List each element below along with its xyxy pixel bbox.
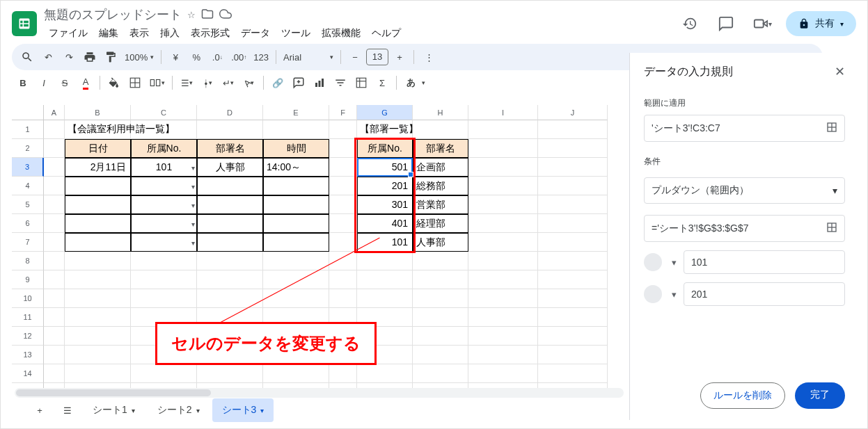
cell[interactable]: 企画部	[413, 158, 468, 177]
borders-icon[interactable]	[125, 73, 145, 92]
share-button[interactable]: 共有 ▾	[786, 11, 856, 36]
history-icon[interactable]	[677, 11, 702, 36]
table-icon[interactable]	[352, 73, 371, 92]
comment-insert-icon[interactable]	[289, 73, 308, 92]
cell[interactable]: 部署名	[197, 139, 263, 158]
done-button[interactable]: 完了	[795, 382, 845, 409]
close-icon[interactable]: ✕	[835, 64, 845, 79]
functions-icon[interactable]: Σ	[372, 73, 392, 92]
cell[interactable]: 14:00～	[263, 158, 329, 177]
star-icon[interactable]: ☆	[187, 10, 196, 20]
cell[interactable]: 所属No.	[357, 139, 413, 158]
col-header[interactable]: F	[329, 105, 357, 120]
cell[interactable]: ▾	[131, 214, 197, 233]
toolbar-more-icon[interactable]: ⋮	[418, 47, 439, 67]
color-chip[interactable]	[644, 253, 662, 271]
chevron-down-icon[interactable]: ▾	[672, 257, 677, 268]
col-header[interactable]: D	[197, 105, 263, 120]
cell[interactable]: 営業部	[413, 195, 468, 214]
row-header[interactable]: 2	[12, 139, 44, 158]
undo-icon[interactable]: ↶	[38, 47, 58, 67]
cell[interactable]: 人事部	[413, 233, 468, 252]
menu-edit[interactable]: 編集	[94, 26, 123, 41]
horizontal-scrollbar[interactable]	[15, 388, 624, 398]
cell[interactable]: 【部署一覧】	[357, 120, 413, 139]
cell[interactable]: ▾	[131, 233, 197, 252]
menu-data[interactable]: データ	[236, 26, 275, 41]
row-header[interactable]: 11	[12, 308, 44, 327]
sheet-tab[interactable]: シート1▾	[83, 398, 145, 422]
bold-icon[interactable]: B	[13, 73, 33, 92]
col-header[interactable]: I	[468, 105, 538, 120]
option-value[interactable]: 101	[684, 250, 845, 274]
color-chip[interactable]	[644, 285, 662, 303]
halign-icon[interactable]: ☰ ▾	[177, 73, 196, 92]
menu-insert[interactable]: 挿入	[155, 26, 184, 41]
decrease-decimal-icon[interactable]: .0↓	[207, 47, 227, 67]
row-header[interactable]: 4	[12, 177, 44, 195]
menu-view[interactable]: 表示	[125, 26, 154, 41]
menu-file[interactable]: ファイル	[44, 26, 93, 41]
cell[interactable]: 人事部	[197, 158, 263, 177]
link-icon[interactable]: 🔗	[268, 73, 287, 92]
col-header[interactable]: A	[44, 105, 65, 120]
cell[interactable]: ▾	[131, 177, 197, 195]
increase-decimal-icon[interactable]: .00↑	[228, 47, 249, 67]
cloud-icon[interactable]	[219, 8, 232, 22]
row-header[interactable]: 9	[12, 270, 44, 289]
col-header[interactable]: C	[131, 105, 197, 120]
number-format-button[interactable]: 123	[251, 47, 271, 67]
col-header[interactable]: B	[65, 105, 131, 120]
menu-extensions[interactable]: 拡張機能	[317, 26, 365, 41]
cell[interactable]: 部署名	[413, 139, 468, 158]
menu-format[interactable]: 表示形式	[186, 26, 235, 41]
filter-icon[interactable]	[331, 73, 350, 92]
cell[interactable]: ▾	[131, 195, 197, 214]
row-header[interactable]: 10	[12, 289, 44, 308]
paint-format-icon[interactable]	[101, 47, 120, 67]
sheet-tab-active[interactable]: シート3▾	[212, 398, 274, 422]
redo-icon[interactable]: ↷	[59, 47, 79, 67]
valign-icon[interactable]: ⍿ ▾	[198, 73, 217, 92]
merge-cells-icon[interactable]: ▾	[146, 73, 168, 92]
menu-tools[interactable]: ツール	[276, 26, 315, 41]
wrap-icon[interactable]: ↵ ▾	[219, 73, 238, 92]
cell[interactable]: 201	[357, 177, 413, 195]
cell[interactable]: 経理部	[413, 214, 468, 233]
option-value[interactable]: 201	[684, 282, 845, 306]
search-icon[interactable]	[17, 47, 37, 67]
range-input[interactable]: 'シート3'!C3:C7	[644, 115, 845, 142]
percent-button[interactable]: %	[187, 47, 206, 67]
print-icon[interactable]	[80, 47, 100, 67]
col-header[interactable]: G	[357, 105, 413, 120]
dropdown-icon[interactable]: ▾	[191, 196, 195, 213]
row-header[interactable]: 8	[12, 252, 44, 270]
italic-icon[interactable]: I	[34, 73, 54, 92]
cell[interactable]: 401	[357, 214, 413, 233]
source-range-input[interactable]: ='シート3'!$G$3:$G$7	[644, 215, 845, 242]
chevron-down-icon[interactable]: ▾	[132, 407, 135, 414]
row-header[interactable]: 6	[12, 214, 44, 233]
cell[interactable]: 2月11日	[65, 158, 131, 177]
cell[interactable]: 301	[357, 195, 413, 214]
chart-icon[interactable]	[310, 73, 329, 92]
row-header[interactable]: 7	[12, 233, 44, 252]
rotate-icon[interactable]: A ▾	[239, 73, 259, 92]
row-header[interactable]: 1	[12, 120, 44, 139]
currency-button[interactable]: ¥	[166, 47, 185, 67]
font-select[interactable]: Arial▾	[281, 47, 336, 67]
criteria-select[interactable]: プルダウン（範囲内） ▾	[644, 177, 845, 204]
cell-selected[interactable]: 501	[357, 158, 413, 177]
zoom-select[interactable]: 100% ▾	[122, 47, 157, 67]
all-sheets-icon[interactable]: ☰	[55, 398, 80, 423]
cell[interactable]: 【会議室利用申請一覧】	[65, 120, 131, 139]
meet-icon[interactable]: ▾	[750, 11, 775, 36]
row-header[interactable]: 5	[12, 195, 44, 214]
col-header[interactable]: J	[538, 105, 608, 120]
menu-help[interactable]: ヘルプ	[367, 26, 406, 41]
dropdown-icon[interactable]: ▾	[191, 234, 195, 251]
dropdown-icon[interactable]: ▾	[191, 159, 195, 176]
row-header[interactable]: 12	[12, 327, 44, 346]
cell[interactable]: 所属No.	[131, 139, 197, 158]
chevron-down-icon[interactable]: ▾	[196, 407, 200, 414]
